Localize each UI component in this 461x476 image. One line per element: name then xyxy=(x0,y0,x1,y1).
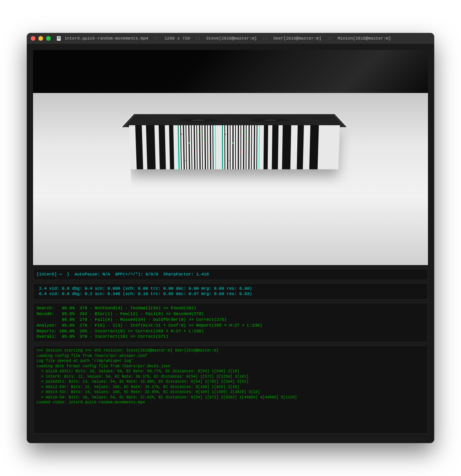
log-line: > ply10.6d3t1: Bits: 10, Values: 54, EC … xyxy=(36,369,239,373)
title-sep: :: xyxy=(154,36,159,41)
title-dimensions: 1280 x 720 xyxy=(164,36,190,41)
title-sep: :: xyxy=(196,36,201,41)
svg-rect-2 xyxy=(58,38,60,38)
title-proc3: Minion[2616@master:m] xyxy=(338,36,391,41)
log-line: Loading config file from /Users/pn/.whis… xyxy=(36,354,147,358)
svg-rect-3 xyxy=(58,38,60,39)
title-proc1: Steve[2616@master:m] xyxy=(206,36,257,41)
stats-panel: Search: 98.9% 379 - NotFound(4) - TooSma… xyxy=(33,303,428,342)
barcode-region-right xyxy=(222,125,260,169)
app-window: inter6.quick-random-movements.mp4 :: 128… xyxy=(27,33,434,443)
stats-search: Search: 98.9% 379 - NotFound(4) - TooSma… xyxy=(36,306,196,310)
barcode-region-left xyxy=(177,125,216,169)
content-area: [inter6] ⇨ } AutoPause: N/A GPP(+/^/*): … xyxy=(27,44,434,443)
window-controls xyxy=(31,36,51,41)
title-proc2: Seer[2616@master:m] xyxy=(273,36,321,41)
titlebar: inter6.quick-random-movements.mp4 :: 128… xyxy=(27,33,434,44)
window-title: inter6.quick-random-movements.mp4 :: 128… xyxy=(65,36,391,41)
log-line: Log file opened at path '/tmp/whisper.lo… xyxy=(36,359,133,363)
timing-panel: 2.4 vid: 0.0 dbg: 0.4 scn: 0.000 (sch: 0… xyxy=(33,283,428,300)
timing-line-1: 2.4 vid: 0.0 dbg: 0.4 scn: 0.000 (sch: 0… xyxy=(36,286,252,291)
title-sep: :: xyxy=(262,36,267,41)
title-filename: inter6.quick-random-movements.mp4 xyxy=(65,36,148,41)
log-line: >>> Session starting >>> VCS revision: S… xyxy=(36,348,219,353)
video-background-dark xyxy=(33,50,428,93)
stats-reports: Reports: 100.0% 265 - Incorrect(0) >> Co… xyxy=(36,329,204,333)
svg-rect-1 xyxy=(58,37,60,37)
stats-decode2: 98.6% 279 - Fail(0) - Missed(34) - OutOf… xyxy=(36,317,227,322)
log-line: > inter6: Bits: 12, Values: 54, EC Rate:… xyxy=(36,375,249,379)
log-line: > mds14-52r: Bits: 14, Values: 108, EC R… xyxy=(36,390,260,394)
stats-analyze: Analyze: 95.0% 279 - F(0) - I(3) - Insf(… xyxy=(36,323,262,328)
log-line: > pal6d3t1: Bits: 13, Values: 54, EC Rat… xyxy=(36,380,249,384)
stats-overall: Overall: 95.9% 379 - Incorrect(16) >> Co… xyxy=(36,334,168,339)
minimize-button[interactable] xyxy=(38,36,43,41)
status-line-panel: [inter6] ⇨ } AutoPause: N/A GPP(+/^/*): … xyxy=(33,269,428,280)
deck-edge-pattern xyxy=(129,125,340,169)
log-panel: >>> Session starting >>> VCS revision: S… xyxy=(33,345,428,434)
log-line: Loaded video: inter6.quick-random-moveme… xyxy=(36,400,145,405)
zoom-button[interactable] xyxy=(46,36,51,41)
video-frame xyxy=(33,50,428,265)
log-line: > mds18-54: Bits: 18, Values: 54, EC Rat… xyxy=(36,395,297,400)
close-button[interactable] xyxy=(31,36,35,41)
deck-top-face xyxy=(120,113,349,128)
title-sep: :: xyxy=(327,36,332,41)
timing-line-2: 0.4 vid: 0.0 dbg: 0.2 scn: 0.348 (sch: 0… xyxy=(36,292,252,296)
deck-edge xyxy=(129,125,340,169)
log-line: Loading deck format config file from /Us… xyxy=(36,364,170,368)
card-deck xyxy=(120,93,349,171)
status-line: [inter6] ⇨ } AutoPause: N/A GPP(+/^/*): … xyxy=(36,272,209,277)
log-line: > mds12-54r: Bits: 12, Values: 108, EC R… xyxy=(36,385,239,389)
stats-decode: Decode: 95.5% 292 - Blur(1) - Few(12) - … xyxy=(36,312,204,316)
file-icon xyxy=(56,36,61,41)
